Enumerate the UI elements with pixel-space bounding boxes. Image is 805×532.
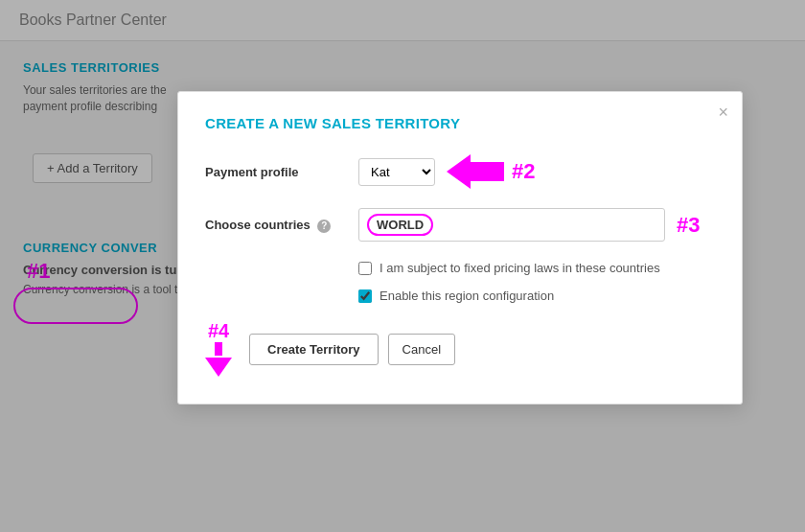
- payment-profile-row: Payment profile Kat #2: [205, 154, 715, 189]
- annotation-3-label: #3: [677, 213, 700, 238]
- choose-countries-row: Choose countries ? WORLD #3: [205, 208, 715, 242]
- annotation-2-label: #2: [512, 159, 535, 184]
- enable-region-checkbox[interactable]: [358, 289, 372, 303]
- svg-marker-0: [447, 154, 504, 189]
- world-tag: WORLD: [367, 214, 433, 236]
- payment-profile-select[interactable]: Kat: [358, 158, 435, 186]
- choose-countries-label: Choose countries ?: [205, 218, 358, 233]
- fixed-pricing-row: I am subject to fixed pricing laws in th…: [358, 261, 715, 275]
- annotation-4: #4: [205, 322, 232, 377]
- annotation-4-label: #4: [208, 320, 229, 342]
- fixed-pricing-checkbox[interactable]: [358, 262, 372, 275]
- fixed-pricing-label: I am subject to fixed pricing laws in th…: [380, 261, 660, 275]
- enable-region-label: Enable this region configuration: [380, 289, 554, 303]
- down-arrow-icon: [205, 358, 232, 377]
- enable-region-row: Enable this region configuration: [358, 289, 715, 303]
- annotation-2: #2: [447, 154, 535, 189]
- modal: × CREATE A NEW SALES TERRITORY Payment p…: [177, 91, 743, 405]
- modal-title: CREATE A NEW SALES TERRITORY: [205, 115, 715, 131]
- arrow-stem: [215, 342, 222, 356]
- help-icon[interactable]: ?: [317, 220, 331, 233]
- modal-actions: #4 Create Territory Cancel: [205, 322, 715, 377]
- create-territory-button[interactable]: Create Territory: [249, 334, 379, 365]
- cancel-button[interactable]: Cancel: [388, 334, 455, 365]
- countries-input[interactable]: WORLD: [358, 208, 665, 242]
- arrow-left-icon: [447, 154, 504, 189]
- modal-close-button[interactable]: ×: [718, 104, 728, 121]
- payment-profile-label: Payment profile: [205, 165, 358, 179]
